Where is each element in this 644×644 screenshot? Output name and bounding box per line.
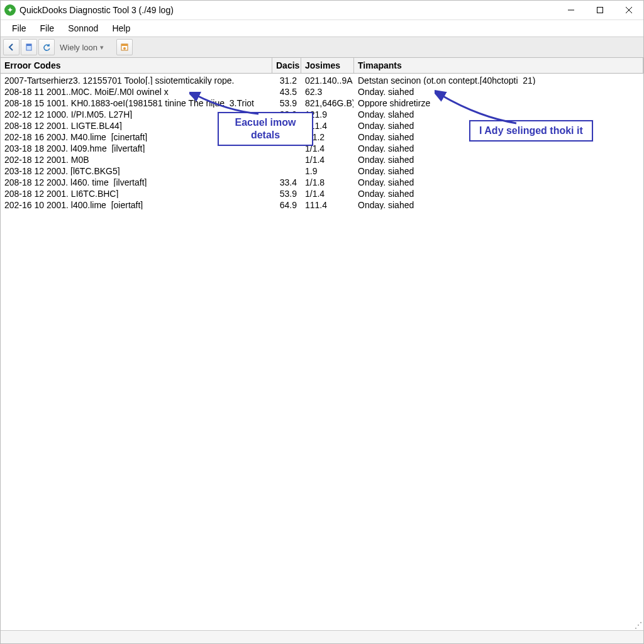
close-button[interactable]	[614, 1, 643, 19]
cell-josimes: 1/1.4	[301, 187, 354, 198]
cell-dacis: 31.2	[272, 74, 301, 85]
window-title: QuickDooks Diagnostic Tool 3 (./49 log)	[19, 5, 174, 15]
menu-file-2[interactable]: File	[34, 22, 61, 35]
table-row[interactable]: 203-18 18 200J. l409.hme_[ilvertaft]1/1.…	[1, 142, 643, 153]
toolbar-btn-back[interactable]	[3, 39, 19, 55]
cell-dacis: 53.9	[272, 96, 301, 108]
cell-error: 203-18 12 200J. [l6TC.BKG5]	[1, 164, 272, 175]
annotation-callout-2: I Ady selinged thoki it	[469, 120, 593, 142]
annotation-callout-1-text: Eacuel imow detals	[235, 117, 296, 140]
window-controls	[557, 1, 643, 19]
cell-dacis	[272, 164, 301, 175]
annotation-callout-1: Eacuel imow detals	[218, 112, 313, 146]
minimize-button[interactable]	[557, 1, 586, 19]
cell-timapants: Onday. siahed	[354, 153, 643, 164]
cell-timapants: Onday. siahed	[354, 175, 643, 187]
toolbar: Wiely loon ▾	[1, 36, 643, 58]
menu-sonnod[interactable]: Sonnod	[62, 22, 104, 35]
svg-rect-7	[121, 44, 128, 46]
cell-dacis: 43.5	[272, 85, 301, 96]
cell-josimes: 62.3	[301, 85, 354, 96]
cell-error: 2007-Tartserhierz3. 12155701 Toolo[.] ss…	[1, 74, 272, 85]
table-row[interactable]: 208-18 15 1001. KH0.1883-oeI(1981581 tin…	[1, 96, 643, 108]
cell-error: 208-18 12 2001. LI6TC.BHC]	[1, 187, 272, 198]
cell-timapants: Onday. slahed	[354, 108, 643, 119]
cell-timapants: Onday. siahed	[354, 187, 643, 198]
cell-josimes: 021.140..9A	[301, 74, 354, 85]
app-window: ✦ QuickDooks Diagnostic Tool 3 (./49 log…	[0, 0, 644, 644]
cell-josimes: 111.4	[301, 198, 354, 209]
cell-josimes: 1/1.8	[301, 175, 354, 187]
cell-error: 202-16 10 2001. l400.lime_[oiertaft]	[1, 198, 272, 209]
cell-dacis: 33.4	[272, 175, 301, 187]
table-row[interactable]: 203-18 12 200J. [l6TC.BKG5]1.9Onday. sia…	[1, 164, 643, 175]
maximize-button[interactable]	[586, 1, 614, 19]
toolbar-label: Wiely loon ▾	[60, 43, 106, 52]
toolbar-label-text: Wiely loon	[60, 43, 97, 52]
annotation-callout-2-text: I Ady selinged thoki it	[479, 125, 583, 136]
app-icon: ✦	[4, 4, 16, 16]
menu-bar: File File Sonnod Help	[1, 19, 643, 36]
cell-dacis	[272, 153, 301, 164]
cell-timapants: Onday. siahed	[354, 198, 643, 209]
menu-help[interactable]: Help	[106, 22, 136, 35]
table-row[interactable]: 202-18 12 2001. M0B1/1.4Onday. siahed	[1, 153, 643, 164]
toolbar-btn-page[interactable]	[21, 39, 37, 55]
svg-point-8	[123, 47, 126, 50]
cell-josimes: 1/1.4	[301, 153, 354, 164]
resize-grip-icon: ⋰	[635, 621, 642, 630]
cell-error: 208-18 11 2001..M0C. MoiE/.M0I owinel x	[1, 85, 272, 96]
col-header-josimes[interactable]: Josimes	[301, 58, 354, 73]
cell-error: 208-18 12 200J. l460. time_[ilvertaft]	[1, 175, 272, 187]
cell-timapants: Onday. siahed	[354, 164, 643, 175]
table-row[interactable]: 208-18 11 2001..M0C. MoiE/.M0I owinel x4…	[1, 85, 643, 96]
chevron-down-icon: ▾	[100, 43, 104, 52]
table-row[interactable]: 202-16 10 2001. l400.lime_[oiertaft]64.9…	[1, 198, 643, 209]
svg-rect-1	[597, 8, 603, 13]
cell-josimes: 821,646G.B)	[301, 96, 354, 108]
toolbar-btn-report[interactable]	[116, 39, 133, 55]
svg-rect-5	[26, 44, 31, 46]
title-bar: ✦ QuickDooks Diagnostic Tool 3 (./49 log…	[1, 1, 643, 19]
cell-timapants: Onday. siahed	[354, 85, 643, 96]
cell-timapants: Oppore shidretirze	[354, 96, 643, 108]
col-header-error[interactable]: Erroor Codes	[1, 58, 272, 73]
col-header-dacis[interactable]: Dacis	[272, 58, 301, 73]
cell-josimes: 1.9	[301, 164, 354, 175]
cell-dacis: 53.9	[272, 187, 301, 198]
table-header: Erroor Codes Dacis Josimes Timapants	[1, 58, 643, 74]
cell-error: 208-18 15 1001. KH0.1883-oeI(1981581 tin…	[1, 96, 272, 108]
cell-timapants: Detstan secinon (ot.on contept.[40hctopt…	[354, 74, 643, 85]
table-body[interactable]: 2007-Tartserhierz3. 12155701 Toolo[.] ss…	[1, 74, 643, 630]
col-header-timapants[interactable]: Timapants	[354, 58, 643, 73]
cell-dacis: 64.9	[272, 198, 301, 209]
table-row[interactable]: 202-12 12 1000. I/PI.M05. L27H]33.9121.9…	[1, 108, 643, 119]
cell-timapants: Onday. siahed	[354, 142, 643, 153]
cell-error: 202-18 12 2001. M0B	[1, 153, 272, 164]
table-row[interactable]: 208-18 12 2001. LI6TC.BHC]53.91/1.4Onday…	[1, 187, 643, 198]
menu-file-1[interactable]: File	[6, 22, 33, 35]
table-row[interactable]: 208-18 12 200J. l460. time_[ilvertaft]33…	[1, 175, 643, 187]
table-row[interactable]: 2007-Tartserhierz3. 12155701 Toolo[.] ss…	[1, 74, 643, 85]
toolbar-btn-reload[interactable]	[38, 39, 55, 55]
status-bar	[1, 630, 643, 643]
